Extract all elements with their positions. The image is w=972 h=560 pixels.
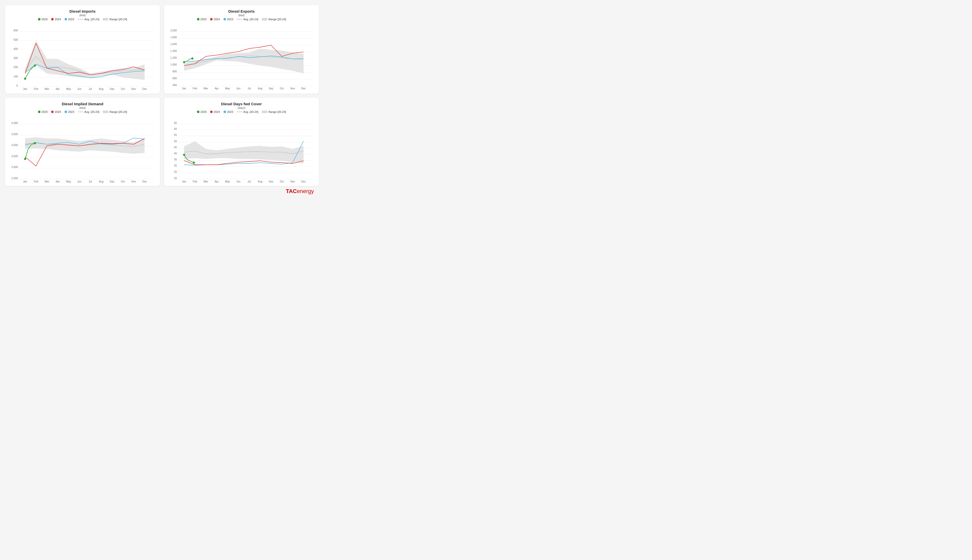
chart-diesel-exports: Diesel Exports (kbd) 2025 2024 2023 Avg.…: [164, 5, 319, 93]
svg-text:2,500: 2,500: [12, 177, 18, 180]
svg-text:Nov: Nov: [290, 180, 295, 183]
svg-text:Oct: Oct: [121, 180, 125, 183]
svg-text:200: 200: [14, 66, 18, 68]
svg-text:4,000: 4,000: [12, 144, 18, 147]
svg-text:Oct: Oct: [280, 87, 284, 90]
svg-text:Dec: Dec: [142, 88, 147, 90]
svg-text:45: 45: [174, 146, 177, 148]
svg-text:Jun: Jun: [237, 87, 241, 90]
chart-subtitle-imports: (kbd): [10, 14, 155, 17]
svg-point-61: [192, 57, 193, 60]
svg-point-88: [34, 142, 36, 144]
chart-title-imports: Diesel Imports: [10, 9, 155, 13]
legend-2025: 2025: [38, 18, 48, 21]
svg-text:Sep: Sep: [110, 88, 114, 90]
svg-text:May: May: [66, 180, 71, 183]
svg-text:Aug: Aug: [258, 180, 262, 183]
svg-text:Jan: Jan: [182, 87, 186, 90]
svg-text:Feb: Feb: [34, 88, 38, 90]
svg-text:May: May: [225, 180, 230, 183]
legend-exports: 2025 2024 2023 Avg. [20-24] Range [20-24…: [169, 18, 314, 21]
svg-text:40: 40: [174, 152, 177, 155]
legend-dot-2025: [38, 18, 40, 20]
chart-area-imports: 0 100 200 300 400 500 600 Jan Feb Mar A: [10, 22, 155, 91]
chart-title-exports: Diesel Exports: [169, 9, 314, 13]
svg-text:4,500: 4,500: [12, 133, 18, 135]
chart-subtitle-demand: (kbd): [10, 106, 155, 109]
svg-text:Jul: Jul: [88, 180, 92, 183]
chart-svg-demand: 5,000 4,500 4,000 3,500 3,000 2,500 Jan …: [10, 115, 155, 183]
brand-energy: energy: [297, 188, 314, 194]
svg-text:Sep: Sep: [110, 180, 114, 183]
svg-text:30: 30: [174, 164, 177, 167]
svg-text:3,000: 3,000: [12, 166, 18, 168]
svg-text:Jul: Jul: [88, 88, 92, 90]
svg-text:1,000: 1,000: [170, 63, 177, 66]
legend-2024: 2024: [51, 18, 61, 21]
svg-point-122: [183, 153, 185, 156]
svg-text:Jun: Jun: [77, 88, 82, 90]
legend-dot-2025-dem: [38, 111, 40, 113]
svg-marker-86: [25, 137, 145, 153]
svg-text:Jan: Jan: [23, 180, 27, 183]
svg-text:Aug: Aug: [99, 88, 103, 90]
svg-text:400: 400: [14, 48, 18, 50]
svg-text:60: 60: [174, 128, 177, 130]
svg-text:800: 800: [173, 70, 177, 73]
chart-svg-exports: 2,000 1,800 1,600 1,400 1,200 1,000 800 …: [169, 22, 314, 91]
chart-diesel-implied-demand: Diesel Implied Demand (kbd) 2025 2024 20…: [5, 98, 160, 186]
svg-text:Feb: Feb: [34, 180, 38, 183]
svg-text:1,200: 1,200: [170, 57, 177, 59]
svg-text:Jan: Jan: [182, 180, 186, 183]
chart-svg-cover: 65 60 55 50 45 40 35 30 25 20: [169, 115, 314, 183]
legend-range-cov: [262, 111, 267, 113]
legend-dot-2023-exp: [223, 18, 226, 20]
legend-dot-2024-dem: [51, 111, 54, 113]
legend-dot-2024-cov: [210, 111, 213, 113]
svg-text:Nov: Nov: [290, 87, 295, 90]
brand-tac: TAC: [286, 188, 297, 194]
svg-text:Jun: Jun: [237, 180, 241, 183]
svg-text:100: 100: [14, 75, 18, 78]
svg-text:65: 65: [174, 122, 177, 125]
svg-text:Apr: Apr: [215, 87, 219, 90]
legend-dot-2023-dem: [65, 111, 67, 113]
legend-range-box: [103, 18, 108, 20]
legend-dot-2023-cov: [223, 111, 226, 113]
legend-avg: Avg. [20-24]: [78, 18, 99, 21]
svg-point-123: [193, 162, 195, 163]
legend-avg-line-exp: [237, 19, 242, 20]
svg-text:Jan: Jan: [23, 88, 27, 90]
svg-text:Dec: Dec: [301, 87, 306, 90]
svg-marker-59: [184, 48, 303, 73]
svg-text:35: 35: [174, 158, 177, 161]
svg-text:Feb: Feb: [193, 180, 197, 183]
svg-text:Dec: Dec: [301, 180, 306, 183]
legend-dot-2024: [51, 18, 54, 20]
svg-text:Jun: Jun: [77, 180, 82, 183]
svg-text:300: 300: [14, 57, 18, 60]
svg-text:Apr: Apr: [56, 88, 60, 90]
legend-avg-dem: [78, 112, 83, 112]
svg-text:50: 50: [174, 140, 177, 142]
svg-text:Mar: Mar: [203, 180, 208, 183]
brand: TACenergy: [5, 186, 319, 195]
svg-text:400: 400: [173, 84, 177, 87]
svg-text:Aug: Aug: [258, 87, 262, 90]
dashboard: Diesel Imports (kbd) 2025 2024 2023 Avg.…: [5, 5, 319, 186]
svg-text:Sep: Sep: [268, 87, 273, 90]
svg-marker-121: [184, 141, 303, 163]
legend-range-dem: [103, 111, 108, 113]
legend-2023: 2023: [65, 18, 74, 21]
svg-text:55: 55: [174, 133, 177, 136]
chart-subtitle-cover: (days): [169, 106, 314, 109]
svg-text:Jul: Jul: [248, 87, 251, 90]
chart-area-exports: 2,000 1,800 1,600 1,400 1,200 1,000 800 …: [169, 22, 314, 91]
svg-text:Apr: Apr: [215, 180, 219, 183]
svg-text:25: 25: [174, 170, 177, 173]
svg-text:Dec: Dec: [142, 180, 147, 183]
legend-range-box-exp: [262, 18, 267, 20]
svg-text:Sep: Sep: [268, 180, 273, 183]
svg-text:Aug: Aug: [99, 180, 103, 183]
legend-avg-line: [78, 19, 83, 20]
